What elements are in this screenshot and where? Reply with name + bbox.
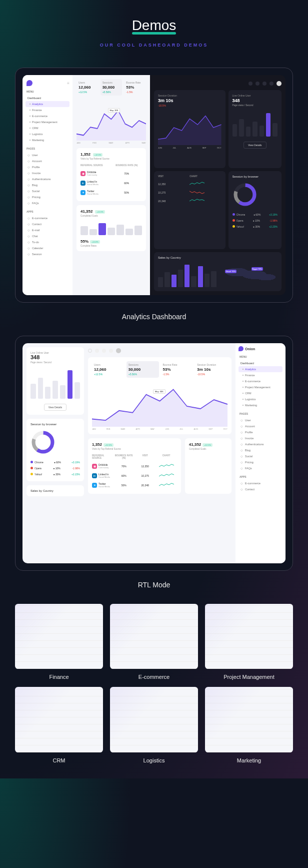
sidebar-app-chat[interactable]: ◇Chat [26, 233, 70, 239]
view-details-button[interactable]: View Details [44, 404, 66, 411]
sidebar-app-email[interactable]: ◇E-mail [26, 227, 70, 233]
stat-users: Users 12,060 +12.5% [76, 79, 98, 96]
sidebar-item[interactable]: ◇E-commerce [238, 480, 282, 486]
live-users-card-rtl: Live Online User 348 Page views / Second… [26, 347, 84, 415]
goals-card: 41,352 +12.5% Completed Goals 55%+14.6% … [76, 205, 146, 251]
search-icon[interactable] [88, 349, 92, 353]
thumb-ecommerce[interactable]: E-commerce [110, 604, 198, 680]
thumb-finance[interactable]: Finance [15, 604, 103, 680]
view-details-button[interactable]: View Details [244, 142, 266, 149]
live-users-card: Live Online User 348 Page views / Second… [228, 90, 282, 168]
sidebar-item[interactable]: ◇Social [238, 453, 282, 459]
sidebar-item[interactable]: ◇Account [238, 423, 282, 429]
panel-label-rtl: RTL Mode [0, 581, 308, 589]
sidebar-item-logistics[interactable]: Logistics [26, 131, 70, 137]
sidebar-item-faqs[interactable]: ◇FAQs [26, 200, 70, 206]
stat-bounce: Bounce Rate 53% -1.5% [124, 79, 146, 96]
table-row: inLinked InSocial Media 60% [80, 178, 142, 188]
sidebar-head-menu: MENU [26, 90, 70, 93]
collapse-icon[interactable]: ≡ [67, 81, 70, 86]
stat-sessions: Sessions 30,000 +5.56% [100, 79, 122, 96]
sidebar-item-dashboard[interactable]: Dashboard [238, 360, 282, 366]
map-pin: Brazil 70% [225, 270, 236, 273]
linkedin-icon: in [80, 181, 86, 186]
sidebar-item-account[interactable]: ◇Account [26, 158, 70, 164]
brand-logo-icon [238, 346, 244, 351]
browser-donut-icon [232, 182, 258, 207]
settings-icon[interactable] [262, 82, 266, 86]
sidebar-item[interactable]: Logistics [238, 396, 282, 402]
sidebar-item-marketing[interactable]: Marketing [26, 137, 70, 143]
avatar[interactable] [276, 81, 282, 86]
sidebar-item[interactable]: ◇Pricing [238, 459, 282, 465]
svg-point-5 [34, 433, 52, 452]
sidebar-item[interactable]: Marketing [238, 402, 282, 408]
avatar[interactable] [116, 348, 121, 353]
apps-icon[interactable] [109, 349, 113, 353]
brand-logo-icon [26, 80, 32, 86]
search-icon[interactable] [248, 82, 252, 86]
sidebar-item[interactable]: ◇Contact [238, 486, 282, 492]
browser-card: Session by browser Chrome● 60%+3.19% Ope… [228, 171, 282, 249]
sidebar-item-invoice[interactable]: ◇Invoice [26, 170, 70, 176]
sidebar-app-contact[interactable]: ◇Contact [26, 221, 70, 227]
sidebar-item-analytics[interactable]: Analytics [26, 101, 70, 107]
sidebar-item[interactable]: ◇User [238, 417, 282, 423]
notifications-icon[interactable] [256, 82, 260, 86]
sidebar-item-auth[interactable]: ◇Authentications [26, 176, 70, 182]
thumb-pm[interactable]: Project Management [205, 604, 293, 680]
sidebar-item-dashboard[interactable]: Dashboard [26, 95, 70, 101]
sidebar-item-pm[interactable]: Project Management [26, 119, 70, 125]
sidebar-item[interactable]: Finance [238, 372, 282, 378]
chart-tooltip: May: 30K [153, 389, 166, 394]
sidebar-item[interactable]: ◇FAQs [238, 465, 282, 471]
sidebar-head-apps: APPS [26, 210, 70, 213]
stat-duration-dark: Session Duration 3m 10s -10.5% JUNJULAUG… [154, 90, 226, 168]
sidebar-item[interactable]: CRM [238, 390, 282, 396]
thumb-crm[interactable]: CRM [15, 687, 103, 763]
panel-label-analytics: Analytics Dashboard [0, 313, 308, 321]
goals-card-rtl: 41,352+12.5% Completed Goals [185, 438, 232, 494]
sidebar-item-profile[interactable]: ◇Profile [26, 164, 70, 170]
thumb-marketing[interactable]: Marketing [205, 687, 293, 763]
rtl-panel: Onion MENU Dashboard Analytics Finance E… [15, 336, 293, 571]
sidebar-item-analytics[interactable]: Analytics [238, 366, 282, 372]
sidebar-item[interactable]: ◇Blog [238, 447, 282, 453]
sidebar-item-ecommerce[interactable]: E-commerce [26, 113, 70, 119]
chart-tooltip: May: 30K [108, 108, 120, 113]
twitter-icon: ✦ [80, 190, 86, 195]
theme-icon[interactable] [270, 82, 274, 86]
sidebar-item-blog[interactable]: ◇Blog [26, 182, 70, 188]
thumb-logistics[interactable]: Logistics [110, 687, 198, 763]
sidebar-item-crm[interactable]: CRM [26, 125, 70, 131]
add-icon[interactable] [95, 349, 99, 353]
sidebar-item[interactable]: Project Management [238, 384, 282, 390]
live-bars [232, 112, 278, 137]
sidebar-item-pricing[interactable]: ◇Pricing [26, 194, 70, 200]
thumbnail-grid: Finance E-commerce Project Management CR… [0, 604, 308, 763]
sidebar-app-calendar[interactable]: ◇Calender [26, 245, 70, 251]
goals-bars [80, 220, 142, 235]
page-subtitle: OUR COOL DASHEOARD DEMOS [0, 43, 308, 48]
sidebar-item[interactable]: ◇Profile [238, 429, 282, 435]
sales-country-card: Sales by Country Brazil 70% Egypt 70% [154, 252, 282, 291]
sidebar-item[interactable]: ◇Invoice [238, 435, 282, 441]
sidebar-item[interactable]: E-commerce [238, 378, 282, 384]
sidebar-app-session[interactable]: ◇Session [26, 251, 70, 257]
sales-country-rtl: Sales by Country [26, 485, 84, 496]
sidebar-app-todo[interactable]: ◇To-do [26, 239, 70, 245]
table-row: ◉DribbbleCommunity 70% [80, 169, 142, 178]
visits-badge: +12.5% [93, 153, 103, 157]
sidebar-app-ecom[interactable]: ◇E-commerce [26, 215, 70, 221]
topbar-rtl [88, 347, 232, 357]
browser-row: Yahoo!● 30%+2.23% [232, 224, 278, 230]
sidebar-item-finance[interactable]: Finance [26, 107, 70, 113]
notifications-icon[interactable] [102, 349, 106, 353]
table-row: ✦TwitterSocial Media 50% [80, 188, 142, 197]
visits-card: 1,352 +12.5% Visits by Top Referral Sour… [76, 148, 146, 201]
sessions-chart: May: 30K [76, 101, 146, 141]
visits-table-dark: VISITCHART 12,350 10,275 20,348 [154, 171, 226, 249]
sidebar-item-social[interactable]: ◇Social [26, 188, 70, 194]
sidebar-item[interactable]: ◇Authentications [238, 441, 282, 447]
sidebar-item-user[interactable]: ◇User [26, 152, 70, 158]
